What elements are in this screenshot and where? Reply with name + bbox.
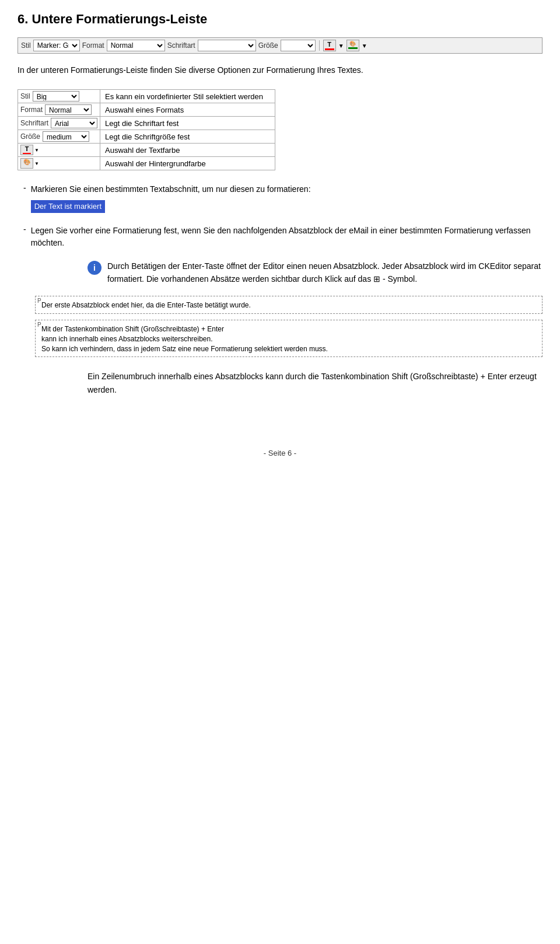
absatz-p-label-1: P (37, 298, 41, 304)
table-row: Stil Big Es kann ein vordefinierter Stil… (18, 90, 275, 103)
bg-color-button[interactable]: 🎨 (346, 40, 359, 51)
stil-row-desc: Es kann ein vordefinierter Stil selektie… (100, 90, 275, 103)
format-row-select[interactable]: Normal (45, 104, 92, 115)
footer-text: - Seite 6 - (264, 449, 296, 457)
format-select[interactable]: Normal (107, 40, 165, 51)
table-row: 🎨 ▼ Auswahl der Hintergrundfarbe (18, 157, 275, 170)
stil-select[interactable]: Marker: Green (33, 40, 80, 51)
absatz-box-2: P Mit der Tastenkombination Shift (Großs… (35, 320, 542, 357)
groesse-row-select[interactable]: medium (43, 131, 89, 142)
table-row: Größe medium Legt die Schriftgröße fest (18, 130, 275, 144)
groesse-select[interactable] (281, 40, 316, 51)
schriftart-label: Schriftart (167, 41, 195, 50)
page-footer: - Seite 6 - (18, 443, 542, 457)
bullet-item-2: - Legen Sie vorher eine Formatierung fes… (23, 225, 542, 249)
text-color-desc: Auswahl der Textfarbe (100, 144, 275, 157)
text-color-icon[interactable]: T (20, 145, 33, 155)
absatz-box-1: P Der erste Absatzblock endet hier, da d… (35, 296, 542, 314)
bg-color-arrow-icon[interactable]: ▼ (34, 161, 39, 166)
format-row-label: Format (20, 106, 43, 114)
table-row: T ▼ Auswahl der Textfarbe (18, 144, 275, 157)
page-title: 6. Untere Formatierungs-Leiste (18, 12, 542, 27)
absatz-text-1: Der erste Absatzblock endet hier, da die… (41, 300, 536, 310)
groesse-row-desc: Legt die Schriftgröße fest (100, 130, 275, 144)
table-row: Schriftart Arial Legt die Schriftart fes… (18, 117, 275, 130)
absatz-container: P Der erste Absatzblock endet hier, da d… (35, 296, 542, 357)
intro-text: In der unteren Formatierungs-Leiste find… (18, 64, 542, 76)
bullet-content-2: Legen Sie vorher eine Formatierung fest,… (31, 225, 542, 249)
stil-row-select[interactable]: Big (33, 91, 79, 102)
format-row-desc: Auswahl eines Formats (100, 103, 275, 117)
info-icon: i (88, 261, 102, 275)
bullet-dash-1: - (23, 183, 26, 193)
text-color-arrow-icon[interactable]: ▼ (34, 148, 39, 153)
bg-color-desc: Auswahl der Hintergrundfarbe (100, 157, 275, 170)
bullet-content-1: Markieren Sie einen bestimmten Textabsch… (31, 183, 311, 218)
bullet-item-1: - Markieren Sie einen bestimmten Textabs… (23, 183, 542, 218)
bg-color-dropdown[interactable]: ▼ (362, 43, 368, 49)
format-label: Format (82, 41, 104, 50)
absatz-text-2: Mit der Tastenkombination Shift (Großsch… (41, 324, 536, 354)
final-text: Ein Zeilenumbruch innerhalb eines Absatz… (88, 370, 542, 396)
info-box: i Durch Betätigen der Enter-Taste öffnet… (88, 260, 542, 286)
schriftart-select[interactable] (198, 40, 256, 51)
bg-color-icon[interactable]: 🎨 (20, 158, 33, 169)
bullet-text-1: Markieren Sie einen bestimmten Textabsch… (31, 184, 311, 194)
schriftart-row-desc: Legt die Schriftart fest (100, 117, 275, 130)
bullet-section: - Markieren Sie einen bestimmten Textabs… (18, 183, 542, 249)
schriftart-row-select[interactable]: Arial (51, 118, 97, 128)
toolbar-separator (319, 40, 320, 51)
bullet-text-2: Legen Sie vorher eine Formatierung fest,… (31, 226, 531, 247)
toolbar: Stil Marker: Green Format Normal Schrift… (18, 37, 542, 54)
marked-text: Der Text ist markiert (31, 200, 105, 213)
table-row: Format Normal Auswahl eines Formats (18, 103, 275, 117)
text-color-button[interactable]: T (323, 40, 336, 51)
groesse-row-label: Größe (20, 132, 40, 141)
info-table: Stil Big Es kann ein vordefinierter Stil… (18, 89, 275, 170)
text-color-dropdown[interactable]: ▼ (338, 43, 344, 49)
stil-row-label: Stil (20, 92, 30, 100)
groesse-label: Größe (258, 41, 278, 50)
info-box-text: Durch Betätigen der Enter-Taste öffnet d… (107, 260, 542, 286)
schriftart-row-label: Schriftart (20, 119, 48, 127)
stil-label: Stil (21, 41, 31, 50)
final-section: Ein Zeilenumbruch innerhalb eines Absatz… (88, 370, 542, 396)
bullet-dash-2: - (23, 225, 26, 234)
absatz-p-label-2: P (37, 321, 41, 328)
